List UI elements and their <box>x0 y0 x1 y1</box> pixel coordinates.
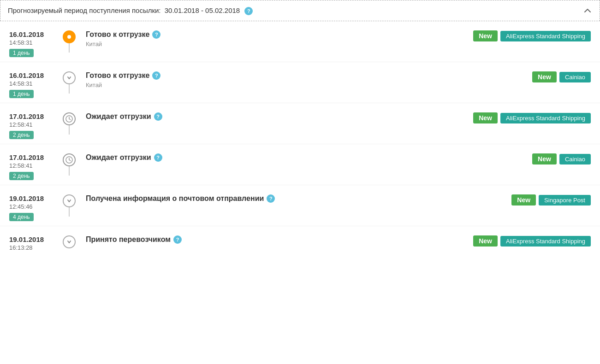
icon-col <box>60 112 78 125</box>
day-badge: 4 день <box>9 213 34 221</box>
badges-col: New AliExpress Standard Shipping <box>471 112 600 123</box>
icon-col <box>60 153 78 166</box>
date-col: 19.01.2018 16:13:28 <box>0 235 60 256</box>
badge-new: New <box>511 194 536 205</box>
icon-col <box>60 235 78 248</box>
date-time: 12:58:41 <box>9 162 33 169</box>
badge-service: AliExpress Standard Shipping <box>500 113 591 123</box>
banner-label: Прогнозируемый период поступления посылк… <box>8 6 161 14</box>
event-title: Ожидает отгрузки <box>86 112 151 121</box>
banner-question-icon[interactable]: ? <box>244 7 253 15</box>
badge-new: New <box>532 71 557 82</box>
day-badge: 2 день <box>9 131 34 139</box>
event-title: Готово к отгрузке <box>86 71 149 80</box>
timeline-row: 19.01.2018 16:13:28 Принято перевозчиком… <box>0 226 600 260</box>
content-title: Готово к отгрузке ? <box>86 30 463 39</box>
date-main: 19.01.2018 <box>9 194 44 202</box>
date-main: 17.01.2018 <box>9 112 44 120</box>
svg-line-3 <box>69 119 71 120</box>
question-icon[interactable]: ? <box>267 194 275 203</box>
icon-circle-arrow <box>63 71 76 84</box>
badge-service: AliExpress Standard Shipping <box>500 236 591 247</box>
question-icon[interactable]: ? <box>173 235 182 244</box>
timeline-line <box>69 43 70 53</box>
icon-circle-arrow-2 <box>63 194 76 207</box>
date-col: 19.01.2018 12:45:46 4 день <box>0 194 60 221</box>
content-subtitle: Китай <box>86 82 463 88</box>
date-main: 16.01.2018 <box>9 71 44 79</box>
badges-col: New Cainiao <box>471 153 600 164</box>
date-time: 12:58:41 <box>9 121 33 128</box>
banner-text: Прогнозируемый период поступления посылк… <box>8 6 253 15</box>
event-title: Готово к отгрузке <box>86 30 149 39</box>
icon-circle-clock <box>63 112 76 125</box>
timeline-row: 19.01.2018 12:45:46 4 день Получена инфо… <box>0 185 600 226</box>
timeline-line <box>69 207 70 217</box>
icon-col <box>60 194 78 207</box>
badge-new: New <box>473 235 498 247</box>
date-col: 17.01.2018 12:58:41 2 день <box>0 153 60 180</box>
date-time: 14:58:31 <box>9 39 33 46</box>
event-title: Получена информация о почтовом отправлен… <box>86 194 264 203</box>
icon-circle-clock-2 <box>63 153 76 166</box>
content-col: Получена информация о почтовом отправлен… <box>78 194 471 205</box>
event-title: Ожидает отгрузки <box>86 153 151 162</box>
badges-col: New Cainiao <box>471 71 600 82</box>
icon-col <box>60 30 78 43</box>
question-icon[interactable]: ? <box>154 112 162 121</box>
badges-col: New AliExpress Standard Shipping <box>471 30 600 41</box>
date-col: 16.01.2018 14:58:31 1 день <box>0 71 60 98</box>
timeline-row: 17.01.2018 12:58:41 2 день Ожидает отгру… <box>0 144 600 185</box>
content-col: Принято перевозчиком ? <box>78 235 471 246</box>
date-time: 12:45:46 <box>9 203 33 210</box>
timeline-row: 17.01.2018 12:58:41 2 день Ожидает отгру… <box>0 103 600 144</box>
question-icon[interactable]: ? <box>152 30 160 39</box>
day-badge: 1 день <box>9 49 34 57</box>
icon-circle-orange <box>63 30 76 43</box>
content-subtitle: Китай <box>86 41 463 47</box>
date-time: 16:13:28 <box>9 244 33 251</box>
date-main: 17.01.2018 <box>9 153 44 161</box>
svg-line-6 <box>69 160 71 161</box>
chevron-up-icon[interactable] <box>583 6 592 15</box>
badge-new: New <box>473 112 498 123</box>
badge-new: New <box>532 153 557 164</box>
content-col: Готово к отгрузке ? Китай <box>78 30 471 47</box>
timeline-container: 16.01.2018 14:58:31 1 день Готово к отгр… <box>0 21 600 260</box>
badge-service: Cainiao <box>559 72 591 82</box>
content-title: Получена информация о почтовом отправлен… <box>86 194 463 203</box>
timeline-line <box>69 84 70 94</box>
icon-col <box>60 71 78 84</box>
badge-service: Cainiao <box>559 154 591 164</box>
date-col: 16.01.2018 14:58:31 1 день <box>0 30 60 57</box>
badge-service: AliExpress Standard Shipping <box>500 31 591 41</box>
badge-service: Singapore Post <box>539 195 591 205</box>
day-badge: 2 день <box>9 172 34 180</box>
timeline-line <box>69 125 70 135</box>
content-col: Готово к отгрузке ? Китай <box>78 71 471 88</box>
content-col: Ожидает отгрузки ? <box>78 153 471 164</box>
content-title: Ожидает отгрузки ? <box>86 153 463 162</box>
event-title: Принято перевозчиком <box>86 235 171 244</box>
content-title: Готово к отгрузке ? <box>86 71 463 80</box>
banner-dates: 30.01.2018 - 05.02.2018 <box>165 6 240 14</box>
timeline-row: 16.01.2018 14:58:31 1 день Готово к отгр… <box>0 62 600 103</box>
day-badge: 1 день <box>9 90 34 98</box>
date-col: 17.01.2018 12:58:41 2 день <box>0 112 60 139</box>
question-icon[interactable]: ? <box>154 153 162 162</box>
badge-new: New <box>473 30 498 41</box>
content-title: Ожидает отгрузки ? <box>86 112 463 121</box>
badges-col: New AliExpress Standard Shipping <box>471 235 600 247</box>
icon-circle-arrow-3 <box>63 235 76 248</box>
badges-col: New Singapore Post <box>471 194 600 205</box>
timeline-row: 16.01.2018 14:58:31 1 день Готово к отгр… <box>0 21 600 62</box>
top-banner: Прогнозируемый период поступления посылк… <box>0 0 600 21</box>
svg-point-0 <box>67 35 71 39</box>
timeline-line <box>69 166 70 176</box>
question-icon[interactable]: ? <box>152 71 160 80</box>
date-time: 14:58:31 <box>9 80 33 87</box>
date-main: 19.01.2018 <box>9 235 44 243</box>
content-col: Ожидает отгрузки ? <box>78 112 471 123</box>
content-title: Принято перевозчиком ? <box>86 235 463 244</box>
date-main: 16.01.2018 <box>9 30 44 38</box>
